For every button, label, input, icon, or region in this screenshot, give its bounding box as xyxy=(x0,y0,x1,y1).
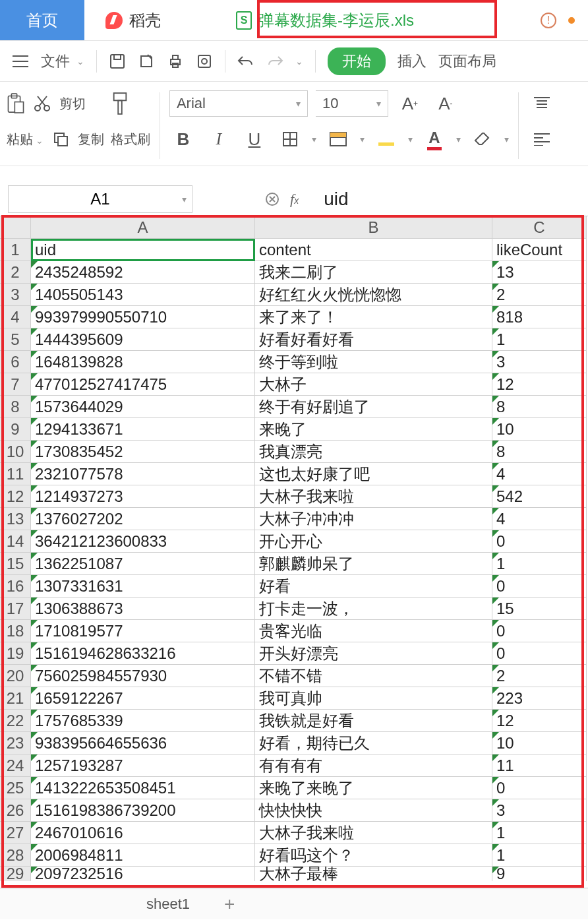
cell[interactable]: 223 xyxy=(492,687,587,710)
cell[interactable]: 这也太好康了吧 xyxy=(255,463,492,485)
file-menu[interactable]: 文件 ⌄ xyxy=(41,51,84,71)
spreadsheet-grid[interactable]: A B C 1uidcontentlikeCount22435248592我来二… xyxy=(0,216,588,881)
save-icon[interactable] xyxy=(109,53,126,70)
cell[interactable]: 我真漂亮 xyxy=(255,441,492,463)
cell[interactable]: 756025984557930 xyxy=(31,665,255,687)
add-sheet-button[interactable]: + xyxy=(224,894,235,915)
cell[interactable]: 15 xyxy=(492,598,587,620)
cell[interactable]: 1 xyxy=(492,844,587,867)
row-header[interactable]: 9 xyxy=(0,418,31,441)
row-header[interactable]: 22 xyxy=(0,710,31,732)
cell[interactable]: 818 xyxy=(492,306,587,328)
cell[interactable]: likeCount xyxy=(492,239,587,261)
cell[interactable]: 364212123600833 xyxy=(31,530,255,553)
cell[interactable]: 2 xyxy=(492,665,587,687)
cell[interactable]: 1573644029 xyxy=(31,396,255,418)
chevron-down-icon[interactable]: ▾ xyxy=(504,134,509,144)
row-header[interactable]: 16 xyxy=(0,575,31,598)
cell[interactable]: 1362251087 xyxy=(31,553,255,575)
tab-duba[interactable]: 稻壳 xyxy=(84,0,182,40)
cell[interactable]: 2 xyxy=(492,284,587,306)
row-header[interactable]: 21 xyxy=(0,687,31,710)
cell[interactable]: 大林子 xyxy=(255,373,492,396)
cell[interactable]: 1 xyxy=(492,822,587,844)
row-header[interactable]: 6 xyxy=(0,351,31,373)
cell[interactable]: 1444395609 xyxy=(31,328,255,351)
redo-icon[interactable] xyxy=(266,53,283,70)
row-header[interactable]: 26 xyxy=(0,799,31,822)
paste-icon[interactable] xyxy=(7,94,25,113)
cell[interactable]: 1659122267 xyxy=(31,687,255,710)
row-header[interactable]: 24 xyxy=(0,754,31,777)
col-header-B[interactable]: B xyxy=(255,216,492,239)
cell[interactable]: 来晚了 xyxy=(255,418,492,441)
borders-icon[interactable] xyxy=(276,125,304,153)
format-painter-icon[interactable] xyxy=(111,94,129,113)
cell[interactable]: 打卡走一波， xyxy=(255,598,492,620)
cell[interactable]: 大林子我来啦 xyxy=(255,822,492,844)
select-all-corner[interactable] xyxy=(0,216,31,239)
row-header[interactable]: 13 xyxy=(0,508,31,530)
ribbon-tab-page-layout[interactable]: 页面布局 xyxy=(438,51,496,71)
cell[interactable]: 1306388673 xyxy=(31,598,255,620)
row-header[interactable]: 5 xyxy=(0,328,31,351)
col-header-A[interactable]: A xyxy=(31,216,255,239)
cell[interactable]: 大林子最棒 xyxy=(255,867,492,881)
cell[interactable]: 12 xyxy=(492,710,587,732)
cell[interactable]: 1413222653508451 xyxy=(31,777,255,799)
cell[interactable]: 1 xyxy=(492,328,587,351)
cell[interactable]: 1710819577 xyxy=(31,620,255,642)
cell[interactable]: 542 xyxy=(492,485,587,508)
row-header[interactable]: 25 xyxy=(0,777,31,799)
font-name-select[interactable]: Arial ▾ xyxy=(169,90,308,117)
row-header[interactable]: 12 xyxy=(0,485,31,508)
row-header[interactable]: 27 xyxy=(0,822,31,844)
format-painter-label[interactable]: 格式刷 xyxy=(111,131,150,148)
row-header[interactable]: 8 xyxy=(0,396,31,418)
increase-font-icon[interactable]: A+ xyxy=(396,90,424,117)
bold-button[interactable]: B xyxy=(169,125,197,153)
print-icon[interactable] xyxy=(167,53,184,70)
cell[interactable]: 终于等到啦 xyxy=(255,351,492,373)
underline-button[interactable]: U xyxy=(241,125,268,153)
chevron-down-icon[interactable]: ▾ xyxy=(360,134,365,144)
cell[interactable]: 0 xyxy=(492,620,587,642)
cell[interactable]: 快快快快 xyxy=(255,799,492,822)
cell[interactable]: 好看吗这个？ xyxy=(255,844,492,867)
cell[interactable]: 8 xyxy=(492,396,587,418)
cell[interactable]: 1516194628633216 xyxy=(31,642,255,665)
cell[interactable]: 2097232516 xyxy=(31,867,255,881)
cell[interactable]: 不错不错 xyxy=(255,665,492,687)
hamburger-icon[interactable] xyxy=(12,53,29,70)
cell[interactable]: 1648139828 xyxy=(31,351,255,373)
cell[interactable]: 4 xyxy=(492,508,587,530)
tab-file[interactable]: 弹幕数据集-李运辰.xls xyxy=(215,0,435,40)
cell[interactable]: 1757685339 xyxy=(31,710,255,732)
row-header[interactable]: 14 xyxy=(0,530,31,553)
row-header[interactable]: 2 xyxy=(0,261,31,284)
ribbon-tab-insert[interactable]: 插入 xyxy=(397,51,426,71)
row-header[interactable]: 29 xyxy=(0,867,31,881)
ribbon-tab-start[interactable]: 开始 xyxy=(328,47,386,75)
cell[interactable]: 1376027202 xyxy=(31,508,255,530)
cell[interactable]: 938395664655636 xyxy=(31,732,255,754)
row-header[interactable]: 4 xyxy=(0,306,31,328)
cell[interactable]: 1307331631 xyxy=(31,575,255,598)
undo-icon[interactable] xyxy=(237,53,254,70)
cell[interactable]: 我可真帅 xyxy=(255,687,492,710)
formula-value[interactable]: uid xyxy=(324,189,348,210)
cell[interactable]: 13 xyxy=(492,261,587,284)
chevron-down-icon[interactable]: ▾ xyxy=(456,134,461,144)
row-header[interactable]: 18 xyxy=(0,620,31,642)
align-top-icon[interactable] xyxy=(528,90,556,117)
cell[interactable]: 好看，期待已久 xyxy=(255,732,492,754)
row-header[interactable]: 19 xyxy=(0,642,31,665)
cell[interactable]: 0 xyxy=(492,642,587,665)
align-left-icon[interactable] xyxy=(528,125,556,153)
cell[interactable]: 11 xyxy=(492,754,587,777)
cell[interactable]: 大林子我来啦 xyxy=(255,485,492,508)
cell[interactable]: 12 xyxy=(492,373,587,396)
cell[interactable]: 2435248592 xyxy=(31,261,255,284)
cell[interactable]: 1730835452 xyxy=(31,441,255,463)
cell[interactable]: 1516198386739200 xyxy=(31,799,255,822)
